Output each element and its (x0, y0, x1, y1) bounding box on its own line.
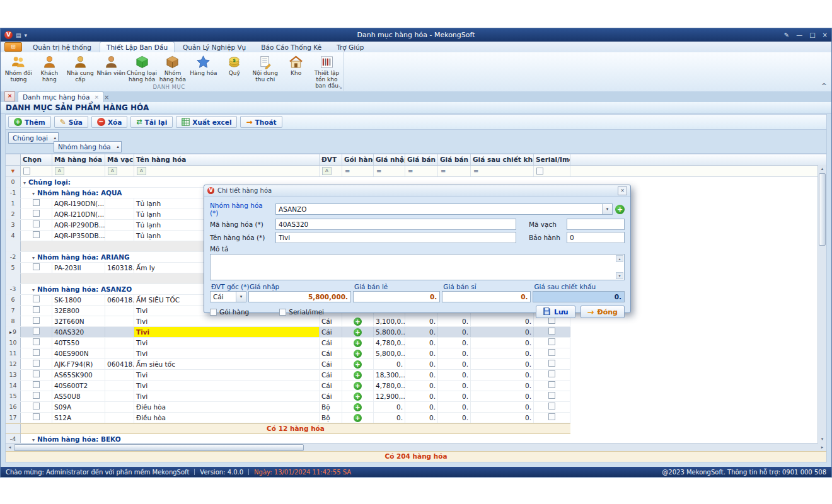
column-header-gbs[interactable]: Giá bán sỉ (438, 154, 471, 165)
serial-checkbox-icon[interactable] (548, 360, 555, 367)
row-checkbox-icon[interactable] (33, 360, 40, 367)
table-row[interactable]: 15AS50U8TiviCái+12,900,...0.0.0. (6, 391, 570, 402)
cell-ma[interactable]: AQR-I210DN(... (52, 209, 105, 219)
filter-cell-goi[interactable]: = (342, 166, 374, 176)
cell-dvt[interactable]: Bộ (320, 402, 342, 412)
add-group-button[interactable]: + (615, 205, 625, 214)
group-dialog-launcher-icon[interactable]: ↘ (338, 84, 342, 90)
ribbon-item-nhom-doi-tuong[interactable]: Nhóm đối tượng (3, 54, 34, 83)
cell-sel[interactable] (21, 295, 52, 305)
cell-vach[interactable] (105, 306, 134, 316)
row-indicator[interactable]: 4 (6, 231, 21, 241)
serial-checkbox-icon[interactable] (548, 328, 555, 335)
skin-icon[interactable]: ✎ (784, 32, 789, 38)
cell-gn[interactable]: 12,900,... (374, 391, 405, 401)
package-add-icon[interactable]: + (354, 392, 362, 401)
cell-dvt[interactable]: Cái (320, 370, 342, 380)
them-button[interactable]: + Thêm (8, 116, 51, 128)
vertical-scrollbar[interactable]: ▴ ▾ (818, 165, 826, 444)
cell-gbl[interactable]: 0. (405, 413, 438, 423)
row-checkbox-icon[interactable] (33, 199, 40, 206)
row-indicator[interactable]: 7 (6, 306, 21, 316)
cell-gbs[interactable]: 0. (438, 402, 471, 412)
save-icon[interactable]: ▤ (16, 32, 21, 38)
close-icon[interactable]: × (823, 32, 828, 38)
cell-vach[interactable] (105, 198, 134, 209)
tai-lai-button[interactable]: ⇄ Tải lại (130, 116, 173, 128)
ribbon-tab-thiet-lap-ban-dau[interactable]: Thiết Lập Ban Đầu (100, 42, 175, 52)
row-indicator[interactable]: 11 (6, 348, 21, 358)
chevron-down-icon[interactable]: ▾ (602, 204, 612, 214)
cell-vach[interactable] (105, 316, 134, 326)
row-checkbox-icon[interactable] (33, 295, 40, 302)
package-add-icon[interactable]: + (354, 318, 362, 326)
cell-gn[interactable]: 5,800,0... (374, 327, 405, 337)
serial-imei-checkbox[interactable]: Serial/imei (279, 308, 324, 316)
cell-ten[interactable]: Tivi (134, 327, 320, 337)
cell-ser[interactable] (534, 391, 570, 401)
serial-checkbox-icon[interactable] (548, 381, 555, 388)
filter-cell-ma[interactable]: A (52, 166, 105, 176)
cell-ma[interactable]: AQR-I190DN(... (52, 198, 105, 209)
table-row[interactable]: ▸940AS320TiviCái+5,800,0...0.0.0. (6, 327, 570, 338)
table-row[interactable]: 16S09AĐiều hòaBộ+0.0.0.0. (6, 402, 570, 413)
cell-ten[interactable]: Tivi (134, 338, 320, 348)
bao-hanh-input[interactable] (567, 232, 625, 243)
cell-ser[interactable] (534, 370, 570, 380)
cell-dvt[interactable]: Cái (320, 338, 342, 348)
row-checkbox-icon[interactable] (33, 328, 40, 335)
cell-ma[interactable]: 40S600T2 (52, 381, 105, 391)
column-header-goi[interactable]: Gói hàng (342, 154, 374, 165)
cell-gck[interactable]: 0. (471, 359, 534, 369)
cell-goi[interactable]: + (342, 381, 374, 391)
row-indicator[interactable]: -3 (6, 284, 21, 294)
cell-dvt[interactable]: Bộ (320, 413, 342, 423)
serial-checkbox-icon[interactable] (548, 349, 555, 356)
cell-sel[interactable] (21, 263, 52, 273)
group-chip-chung-loai[interactable]: Chủng loại ▴ (8, 132, 59, 144)
cell-ten[interactable]: Tivi (134, 370, 320, 380)
cell-gn[interactable]: 5,800,0... (374, 348, 405, 358)
cell-gbl[interactable]: 0. (405, 402, 438, 412)
package-add-icon[interactable]: + (354, 371, 362, 379)
row-indicator[interactable]: -2 (6, 252, 21, 262)
cell-vach[interactable] (105, 209, 134, 219)
package-add-icon[interactable]: + (354, 382, 362, 390)
cell-gck[interactable]: 0. (471, 402, 534, 412)
ribbon-collapse-icon[interactable]: ^ (821, 82, 827, 90)
dong-button[interactable]: → Đóng (581, 306, 625, 318)
cell-ten[interactable]: Tivi (134, 391, 320, 401)
cell-ma[interactable]: S09A (52, 402, 105, 412)
cell-vach[interactable] (105, 413, 134, 423)
table-row[interactable]: 1040T550TiviCái+4,780,0...0.0.0. (6, 338, 570, 348)
package-add-icon[interactable]: + (354, 403, 362, 411)
column-header-vach[interactable]: Mã vạch (105, 154, 134, 165)
row-indicator[interactable]: 5 (6, 263, 21, 273)
row-indicator[interactable]: 14 (6, 381, 21, 391)
table-row[interactable]: 1140ES900NTiviCái+5,800,0...0.0.0. (6, 348, 570, 359)
row-indicator[interactable]: 6 (6, 295, 21, 305)
cell-vach[interactable]: 060418... (105, 359, 134, 369)
serial-checkbox-icon[interactable] (548, 392, 555, 399)
ribbon-tab-quan-ly-nghiep-vu[interactable]: Quản Lý Nghiệp Vụ (176, 42, 253, 52)
cell-ser[interactable] (534, 327, 570, 337)
ribbon-item-khach-hang[interactable]: Khách hàng (34, 54, 65, 83)
filter-cell-ten[interactable]: A (134, 166, 320, 176)
ribbon-item-kho[interactable]: Kho (280, 54, 311, 77)
cell-vach[interactable] (105, 402, 134, 412)
cell-vach[interactable]: 160318... (105, 263, 134, 273)
cell-sel[interactable] (21, 209, 52, 219)
collapse-group-icon[interactable]: ▾ (23, 180, 26, 186)
cell-ten[interactable]: Điều hòa (134, 413, 320, 423)
ribbon-item-nhom-hang-hoa[interactable]: Nhóm hàng hóa (158, 54, 188, 83)
row-indicator[interactable]: 1 (6, 198, 21, 209)
serial-checkbox-icon[interactable] (548, 413, 555, 420)
package-add-icon[interactable]: + (354, 328, 362, 336)
collapse-group-icon[interactable]: ▾ (32, 437, 35, 443)
cell-gn[interactable]: 0. (374, 359, 405, 369)
cell-sel[interactable] (21, 220, 52, 230)
table-row[interactable]: 12AJK-F794(R)060418...Ấm siêu tốcCái+0.0… (6, 359, 570, 370)
row-indicator[interactable] (6, 424, 21, 433)
column-header-ma[interactable]: Mã hàng hóa (52, 154, 105, 165)
cell-sel[interactable] (21, 381, 52, 391)
